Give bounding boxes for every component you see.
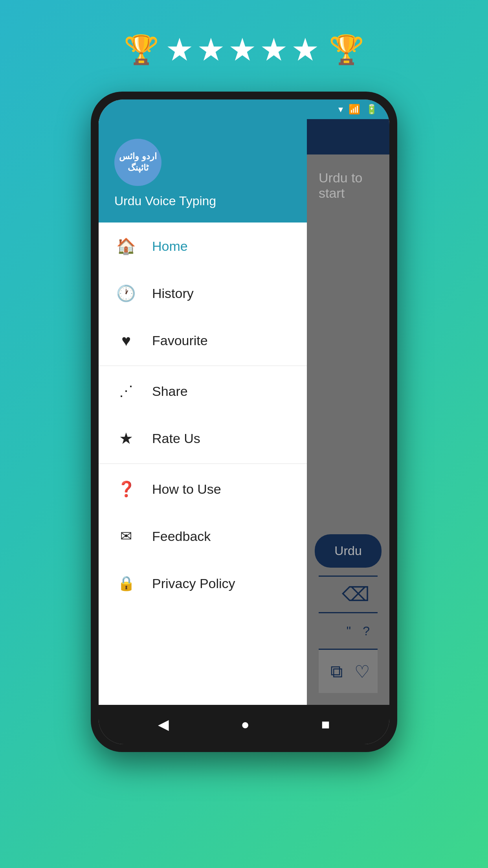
- drawer-menu: 🏠 Home 🕐 History ♥ Favourite: [99, 223, 307, 705]
- share-label: Share: [152, 384, 188, 399]
- top-rating-bar: 🏆 ★★★★★ 🏆: [124, 31, 364, 68]
- menu-item-favourite[interactable]: ♥ Favourite: [99, 317, 307, 364]
- history-icon: 🕐: [114, 281, 138, 305]
- menu-item-share[interactable]: ⋰ Share: [99, 368, 307, 415]
- menu-item-history[interactable]: 🕐 History: [99, 270, 307, 317]
- navigation-bar: ◀ ● ■: [99, 705, 389, 744]
- menu-item-privacy-policy[interactable]: 🔒 Privacy Policy: [99, 560, 307, 607]
- trophy-left-icon: 🏆: [124, 33, 159, 66]
- screen-content: Urdu to start Urdu ⌫ " ? ⧉ ♡: [99, 119, 389, 705]
- privacy-policy-icon: 🔒: [114, 572, 138, 595]
- menu-item-how-to-use[interactable]: ❓ How to Use: [99, 465, 307, 513]
- app-logo: اردو وائس ٹائپنگ: [114, 139, 161, 186]
- divider-2: [99, 463, 307, 464]
- wifi-icon: ▾: [338, 104, 343, 115]
- battery-icon: 🔋: [366, 104, 378, 115]
- navigation-drawer: اردو وائس ٹائپنگ Urdu Voice Typing 🏠 Hom…: [99, 119, 307, 705]
- stars-display: ★★★★★: [165, 31, 323, 68]
- privacy-policy-label: Privacy Policy: [152, 576, 235, 591]
- home-icon: 🏠: [114, 234, 138, 258]
- divider-1: [99, 366, 307, 366]
- signal-icon: 📶: [349, 104, 360, 115]
- phone-screen: ▾ 📶 🔋 Urdu to start Urdu ⌫ ": [99, 99, 389, 744]
- back-button[interactable]: ◀: [158, 716, 169, 733]
- menu-item-feedback[interactable]: ✉ Feedback: [99, 513, 307, 560]
- drawer-header: اردو وائس ٹائپنگ Urdu Voice Typing: [99, 119, 307, 223]
- status-bar: ▾ 📶 🔋: [99, 99, 389, 119]
- menu-item-home[interactable]: 🏠 Home: [99, 223, 307, 270]
- favourite-menu-icon: ♥: [114, 329, 138, 352]
- rate-us-icon: ★: [114, 427, 138, 450]
- feedback-icon: ✉: [114, 524, 138, 548]
- recent-button[interactable]: ■: [321, 716, 330, 733]
- how-to-use-label: How to Use: [152, 482, 221, 497]
- menu-item-rate-us[interactable]: ★ Rate Us: [99, 415, 307, 462]
- favourite-label: Favourite: [152, 333, 208, 348]
- app-title: Urdu Voice Typing: [114, 194, 216, 208]
- phone-device: ▾ 📶 🔋 Urdu to start Urdu ⌫ ": [91, 92, 397, 752]
- trophy-right-icon: 🏆: [329, 33, 364, 66]
- share-icon: ⋰: [114, 379, 138, 403]
- how-to-use-icon: ❓: [114, 477, 138, 501]
- rate-us-label: Rate Us: [152, 431, 200, 446]
- home-button[interactable]: ●: [241, 716, 250, 733]
- history-label: History: [152, 286, 194, 301]
- dim-overlay[interactable]: [307, 119, 389, 705]
- home-label: Home: [152, 239, 188, 254]
- feedback-label: Feedback: [152, 529, 211, 544]
